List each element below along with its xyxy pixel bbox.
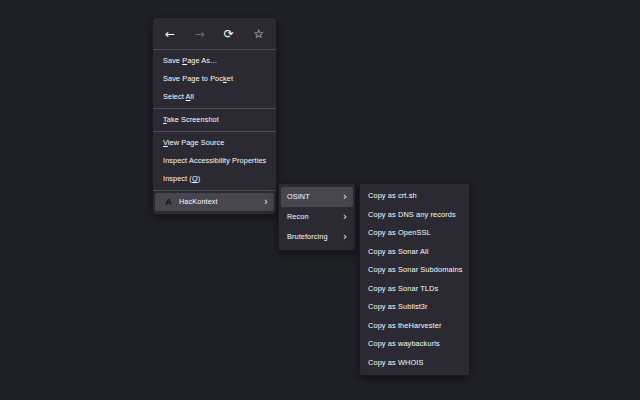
menu-separator [153, 190, 276, 191]
menu-item-label: Copy as waybackurls [368, 335, 440, 354]
hackontext-logo-icon: A [163, 193, 174, 211]
navigation-toolbar: ←→⟳☆ [153, 21, 276, 47]
menu-item-label: Inspect (Q) [163, 170, 200, 188]
menu-item-label: HacKontext [179, 193, 218, 211]
submenu-item-copy-as-sonar-all[interactable]: Copy as Sonar All [362, 243, 467, 262]
chevron-right-icon: › [335, 207, 347, 227]
submenu-item-copy-as-theharvester[interactable]: Copy as theHarvester [362, 317, 467, 336]
context-menu-items: Save Page As…Save Page to PocketSelect A… [153, 52, 276, 211]
context-menu: ←→⟳☆ Save Page As…Save Page to PocketSel… [152, 17, 277, 215]
submenu-item-copy-as-dns-any-records[interactable]: Copy as DNS any records [362, 206, 467, 225]
chevron-right-icon: › [256, 193, 268, 211]
menu-item-select-all[interactable]: Select All [155, 88, 274, 106]
menu-item-label: Copy as Sonar TLDs [368, 280, 438, 299]
forward-icon: → [194, 21, 204, 47]
hackontext-submenu: OSINT›Recon›Bruteforcing› [278, 183, 356, 251]
menu-item-label: Recon [287, 207, 309, 227]
menu-item-label: OSINT [287, 187, 310, 207]
osint-submenu-items: Copy as crt.shCopy as DNS any recordsCop… [360, 187, 469, 372]
submenu-item-copy-as-sonar-subdomains[interactable]: Copy as Sonar Subdomains [362, 261, 467, 280]
menu-item-label: Take Screenshot [163, 111, 219, 129]
menu-separator [153, 108, 276, 109]
menu-item-label: Copy as crt.sh [368, 187, 417, 206]
submenu-item-copy-as-whois[interactable]: Copy as WHOIS [362, 354, 467, 373]
menu-item-label: Inspect Accessibility Properties [163, 152, 266, 170]
menu-separator [153, 49, 276, 50]
menu-item-inspect-q[interactable]: Inspect (Q) [155, 170, 274, 188]
menu-item-label: Copy as Sonar All [368, 243, 428, 262]
submenu-item-copy-as-sublist3r[interactable]: Copy as Sublist3r [362, 298, 467, 317]
hackontext-submenu-items: OSINT›Recon›Bruteforcing› [279, 187, 355, 247]
menu-item-label: Copy as theHarvester [368, 317, 441, 336]
menu-item-take-screenshot[interactable]: Take Screenshot [155, 111, 274, 129]
menu-separator [153, 131, 276, 132]
menu-item-label: Save Page As… [163, 52, 217, 70]
osint-submenu: Copy as crt.shCopy as DNS any recordsCop… [359, 183, 470, 376]
chevron-right-icon: › [335, 227, 347, 247]
menu-item-save-page-as[interactable]: Save Page As… [155, 52, 274, 70]
submenu-item-recon[interactable]: Recon› [281, 207, 353, 227]
menu-item-label: Copy as Sublist3r [368, 298, 428, 317]
menu-item-label: Select All [163, 88, 194, 106]
menu-item-label: View Page Source [163, 134, 225, 152]
chevron-right-icon: › [335, 187, 347, 207]
menu-item-label: Copy as WHOIS [368, 354, 424, 373]
menu-item-label: Copy as DNS any records [368, 206, 456, 225]
reload-icon[interactable]: ⟳ [224, 21, 234, 47]
submenu-item-bruteforcing[interactable]: Bruteforcing› [281, 227, 353, 247]
submenu-item-copy-as-crt-sh[interactable]: Copy as crt.sh [362, 187, 467, 206]
submenu-item-copy-as-openssl[interactable]: Copy as OpenSSL [362, 224, 467, 243]
submenu-item-osint[interactable]: OSINT› [281, 187, 353, 207]
back-icon[interactable]: ← [165, 21, 175, 47]
menu-item-inspect-accessibility-properties[interactable]: Inspect Accessibility Properties [155, 152, 274, 170]
submenu-item-copy-as-waybackurls[interactable]: Copy as waybackurls [362, 335, 467, 354]
submenu-item-copy-as-sonar-tlds[interactable]: Copy as Sonar TLDs [362, 280, 467, 299]
desktop-background: ←→⟳☆ Save Page As…Save Page to PocketSel… [0, 0, 640, 400]
menu-item-label: Copy as Sonar Subdomains [368, 261, 462, 280]
bookmark-star-icon[interactable]: ☆ [253, 21, 264, 47]
menu-item-hackontext[interactable]: AHacKontext› [155, 193, 274, 211]
menu-item-label: Save Page to Pocket [163, 70, 233, 88]
menu-item-view-page-source[interactable]: View Page Source [155, 134, 274, 152]
menu-item-label: Copy as OpenSSL [368, 224, 431, 243]
menu-item-save-page-to-pocket[interactable]: Save Page to Pocket [155, 70, 274, 88]
menu-item-label: Bruteforcing [287, 227, 328, 247]
